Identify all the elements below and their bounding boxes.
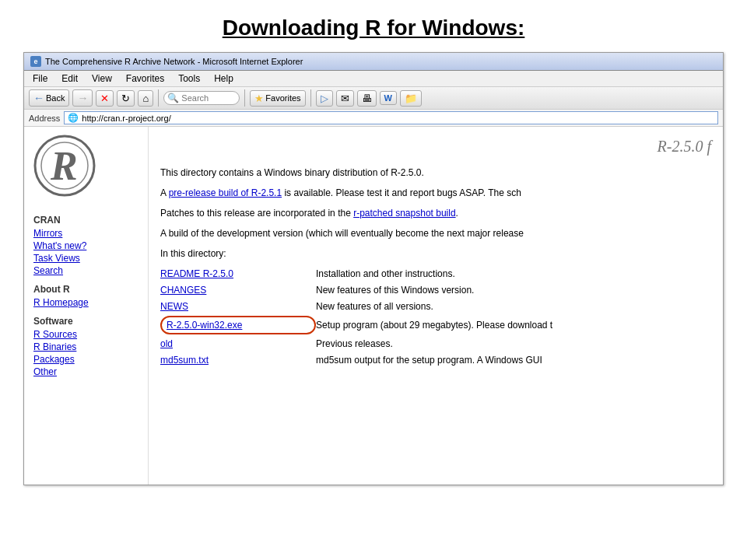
browser-toolbar: ← Back → ✕ ↻ ⌂ 🔍 ★ Favorites ▷	[24, 87, 723, 110]
back-arrow-icon: ←	[33, 92, 44, 104]
home-button[interactable]: ⌂	[138, 90, 153, 107]
dir-row-old: old Previous releases.	[160, 337, 711, 351]
readme-desc: Installation and other instructions.	[316, 267, 455, 281]
sidebar-link-mirrors[interactable]: Mirrors	[33, 228, 139, 239]
favorites-label: Favorites	[265, 93, 300, 103]
menu-edit[interactable]: Edit	[59, 72, 80, 85]
dir-row-changes: CHANGES New features of this Windows ver…	[160, 283, 711, 297]
in-directory-label: In this directory:	[160, 247, 711, 261]
address-url: http://cran.r-project.org/	[82, 114, 170, 123]
directory-table: README R-2.5.0 Installation and other in…	[160, 267, 711, 367]
stop-button[interactable]: ✕	[96, 90, 114, 107]
about-section-title: About R	[33, 284, 139, 295]
print-button[interactable]: 🖶	[357, 90, 377, 107]
r-patched-link[interactable]: r-patched snapshot build	[353, 208, 455, 219]
forward-arrow-icon: →	[77, 92, 88, 104]
menu-favorites[interactable]: Favorites	[124, 72, 167, 85]
dir-row-news: NEWS New features of all versions.	[160, 299, 711, 313]
menu-file[interactable]: File	[30, 72, 50, 85]
mail-button[interactable]: ✉	[336, 90, 354, 107]
dir-row-md5: md5sum.txt md5sum output for the setup p…	[160, 353, 711, 367]
media-button[interactable]: ▷	[316, 90, 333, 107]
search-icon: 🔍	[167, 93, 179, 103]
browser-titlebar: e The Comprehensive R Archive Network - …	[24, 53, 723, 71]
browser-menubar: File Edit View Favorites Tools Help	[24, 71, 723, 87]
word-icon: W	[384, 93, 392, 103]
para-2-pre: A	[160, 187, 169, 198]
para-2-post: is available. Please test it and report …	[282, 187, 521, 198]
menu-tools[interactable]: Tools	[176, 72, 202, 85]
favorites-button[interactable]: ★ Favorites	[250, 90, 305, 107]
para-2: A pre-release build of R-2.5.1 is availa…	[160, 186, 711, 200]
stop-icon: ✕	[100, 93, 109, 104]
old-link[interactable]: old	[160, 337, 316, 351]
toolbar-sep-3	[310, 89, 311, 107]
md5-link[interactable]: md5sum.txt	[160, 353, 316, 367]
refresh-icon: ↻	[121, 93, 130, 104]
sidebar: R CRAN Mirrors What's new? Task Views Se…	[24, 127, 149, 485]
md5-desc: md5sum output for the setup program. A W…	[316, 353, 542, 367]
toolbar-sep-1	[158, 89, 159, 107]
news-desc: New features of all versions.	[316, 299, 433, 313]
folder-button[interactable]: 📁	[400, 90, 422, 107]
para-3-post: .	[456, 208, 458, 219]
dir-row-exe: R-2.5.0-win32.exe Setup program (about 2…	[160, 316, 711, 334]
home-icon: ⌂	[142, 93, 149, 104]
browser-window: e The Comprehensive R Archive Network - …	[23, 52, 724, 485]
menu-help[interactable]: Help	[212, 72, 236, 85]
changes-link[interactable]: CHANGES	[160, 283, 316, 297]
refresh-button[interactable]: ↻	[117, 90, 135, 107]
old-desc: Previous releases.	[316, 337, 393, 351]
browser-title: The Comprehensive R Archive Network - Mi…	[45, 57, 303, 66]
folder-icon: 📁	[405, 93, 417, 104]
forward-button[interactable]: →	[72, 89, 93, 107]
address-icon: 🌐	[68, 113, 79, 123]
sidebar-link-search[interactable]: Search	[33, 265, 139, 276]
cran-section-title: CRAN	[33, 215, 139, 226]
para-3: Patches to this release are incorporated…	[160, 206, 711, 220]
media-icon: ▷	[321, 93, 328, 104]
word-button[interactable]: W	[380, 91, 397, 105]
print-icon: 🖶	[362, 93, 372, 104]
search-box[interactable]: 🔍	[163, 91, 240, 105]
mail-icon: ✉	[341, 93, 349, 104]
svg-text:R: R	[50, 144, 78, 188]
address-label: Address	[29, 114, 60, 123]
sidebar-link-taskviews[interactable]: Task Views	[33, 253, 139, 264]
r-logo: R	[33, 135, 96, 197]
para-1: This directory contains a Windows binary…	[160, 166, 711, 180]
back-label: Back	[46, 93, 65, 103]
sidebar-link-other[interactable]: Other	[33, 366, 139, 377]
toolbar-sep-2	[244, 89, 245, 107]
browser-addressbar: Address 🌐 http://cran.r-project.org/	[24, 110, 723, 127]
pre-release-link[interactable]: pre-release build of R-2.5.1	[169, 187, 282, 198]
page-title: Downloading R for Windows:	[0, 0, 747, 52]
para-4: A build of the development version (whic…	[160, 226, 711, 240]
main-heading: R-2.5.0 f	[160, 135, 711, 158]
exe-desc: Setup program (about 29 megabytes). Plea…	[316, 318, 552, 332]
back-button[interactable]: ← Back	[29, 89, 69, 107]
readme-link[interactable]: README R-2.5.0	[160, 267, 316, 281]
main-content: R-2.5.0 f This directory contains a Wind…	[149, 127, 723, 485]
browser-content: R CRAN Mirrors What's new? Task Views Se…	[24, 127, 723, 485]
exe-link[interactable]: R-2.5.0-win32.exe	[160, 316, 316, 334]
star-icon: ★	[254, 93, 264, 104]
address-bar[interactable]: 🌐 http://cran.r-project.org/	[64, 111, 718, 124]
sidebar-link-rbinaries[interactable]: R Binaries	[33, 341, 139, 352]
menu-view[interactable]: View	[89, 72, 114, 85]
sidebar-link-whatsnew[interactable]: What's new?	[33, 240, 139, 251]
search-input[interactable]	[181, 93, 236, 103]
changes-desc: New features of this Windows version.	[316, 283, 474, 297]
sidebar-link-rsources[interactable]: R Sources	[33, 329, 139, 340]
sidebar-link-rhomepage[interactable]: R Homepage	[33, 297, 139, 308]
para-3-pre: Patches to this release are incorporated…	[160, 208, 353, 219]
sidebar-link-packages[interactable]: Packages	[33, 354, 139, 365]
software-section-title: Software	[33, 316, 139, 327]
ie-icon: e	[30, 56, 41, 67]
dir-row-readme: README R-2.5.0 Installation and other in…	[160, 267, 711, 281]
news-link[interactable]: NEWS	[160, 299, 316, 313]
